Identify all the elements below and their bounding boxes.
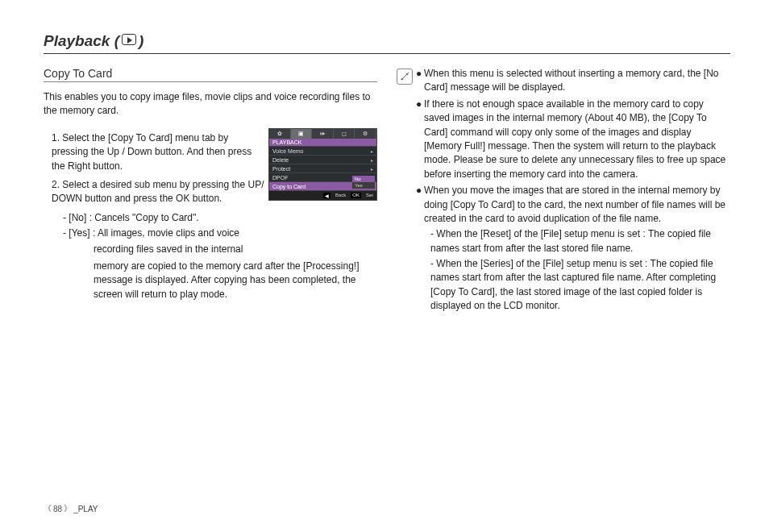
step-2-no: - [No] : Cancels "Copy to Card".	[52, 211, 377, 225]
section-heading: Copy To Card	[44, 67, 377, 82]
camera-tab-1: ✿	[269, 129, 291, 139]
camera-row-delete: Delete▸	[269, 155, 376, 164]
note-bullet-3-sub2: - When the [Series] of the [File] setup …	[424, 257, 730, 314]
title-prefix: Playback (	[44, 32, 119, 50]
chevron-right-icon: ▸	[371, 166, 373, 172]
step-2-yes-c: memory are copied to the memory card aft…	[52, 260, 377, 301]
footer-bracket-open: 《	[44, 503, 52, 514]
camera-tab-4: ◻	[334, 129, 355, 139]
camera-tab-bar: ✿ ▣ 🕪 ◻ ⚙	[269, 129, 376, 139]
step-2-yes-b: recording files saved in the internal	[52, 243, 377, 256]
camera-row-label: Copy to Card	[272, 184, 306, 189]
chevron-right-icon: ▸	[371, 148, 373, 154]
camera-back-icon: ◀	[323, 193, 330, 198]
page-title: Playback ( )	[44, 32, 730, 54]
camera-menu-screenshot: ✿ ▣ 🕪 ◻ ⚙ PLAYBACK Voice Memo▸ Delete▸ P…	[268, 128, 377, 201]
note-bullet-3-sub1: - When the [Reset] of the [File] setup m…	[424, 227, 730, 256]
camera-row-voice-memo: Voice Memo▸	[269, 146, 376, 155]
intro-text: This enables you to copy image files, mo…	[44, 90, 377, 118]
note-body: ●When this menu is selected without inse…	[416, 67, 730, 316]
camera-option-no: No	[352, 176, 375, 182]
chevron-right-icon: ▸	[371, 157, 373, 163]
page-footer: 《 88 》 _PLAY	[44, 503, 98, 514]
step-2-yes-a: - [Yes] : All images, movie clips and vo…	[52, 227, 377, 240]
left-column: Copy To Card This enables you to copy im…	[44, 67, 377, 316]
camera-back-label: Back	[335, 193, 346, 198]
title-suffix: )	[139, 32, 143, 50]
camera-menu-head: PLAYBACK	[269, 139, 376, 146]
right-column: ●When this menu is selected without inse…	[397, 67, 730, 316]
note-icon	[397, 69, 413, 85]
camera-tab-play: ▣	[291, 129, 313, 139]
note-bullet-3: When you move the images that are stored…	[424, 184, 730, 314]
camera-row-label: DPOF	[272, 175, 288, 181]
camera-ok-icon: OK	[351, 193, 361, 198]
camera-row-label: Delete	[272, 157, 289, 163]
camera-set-label: Set	[366, 193, 373, 198]
note-bullet-2: If there is not enough space available i…	[424, 98, 730, 181]
note-bullet-3-text: When you move the images that are stored…	[424, 185, 725, 224]
camera-footer: ◀ Back OK Set	[269, 190, 376, 200]
footer-page-number: 88	[53, 505, 62, 513]
camera-submenu: No Yes	[352, 176, 375, 189]
step-2: 2. Select a desired sub menu by pressing…	[52, 179, 264, 204]
play-icon	[122, 34, 136, 45]
camera-row-protect: Protect▸	[269, 164, 376, 172]
footer-section: _PLAY	[73, 505, 98, 513]
note-bullet-1: When this menu is selected without inser…	[424, 67, 730, 95]
camera-tab-5: ⚙	[355, 129, 376, 139]
camera-option-yes: Yes	[352, 182, 375, 189]
footer-bracket-close: 》	[64, 503, 72, 514]
camera-row-label: Voice Memo	[272, 148, 304, 154]
camera-row-label: Protect	[272, 166, 290, 172]
camera-tab-3: 🕪	[312, 129, 334, 139]
step-1: 1. Select the [Copy To Card] menu tab by…	[52, 132, 251, 172]
